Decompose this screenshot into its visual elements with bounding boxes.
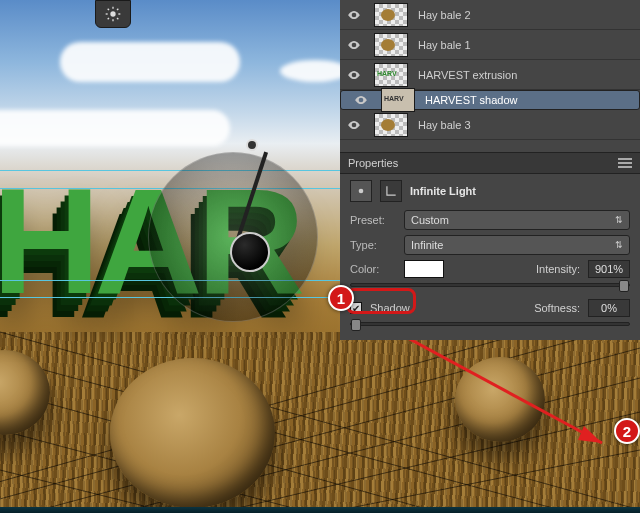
svg-line-19 bbox=[117, 18, 118, 19]
visibility-toggle[interactable] bbox=[340, 118, 368, 132]
visibility-toggle[interactable] bbox=[340, 68, 368, 82]
annotation-callout-1: 1 bbox=[328, 285, 354, 311]
axes-icon bbox=[384, 184, 398, 198]
preset-label: Preset: bbox=[350, 214, 396, 226]
layer-row[interactable]: Hay bale 3 bbox=[340, 110, 640, 140]
properties-title: Properties bbox=[348, 157, 398, 169]
color-label: Color: bbox=[350, 263, 396, 275]
layers-panel: Hay bale 2 Hay bale 1 HARV HARVEST extru… bbox=[340, 0, 640, 152]
light-direction-tip[interactable] bbox=[246, 139, 258, 151]
layer-thumbnail[interactable] bbox=[374, 33, 408, 57]
preset-select[interactable]: Custom⇅ bbox=[404, 210, 630, 230]
light-type-button[interactable] bbox=[350, 180, 372, 202]
eye-icon bbox=[347, 38, 361, 52]
svg-line-18 bbox=[108, 9, 109, 10]
visibility-toggle[interactable] bbox=[347, 93, 375, 107]
sun-icon bbox=[354, 184, 368, 198]
svg-point-13 bbox=[110, 11, 115, 16]
type-select[interactable]: Infinite⇅ bbox=[404, 235, 630, 255]
layer-name[interactable]: HARVEST extrusion bbox=[414, 69, 640, 81]
layer-thumbnail[interactable]: HARV bbox=[374, 63, 408, 87]
light-name: Infinite Light bbox=[410, 185, 476, 197]
preset-value: Custom bbox=[411, 214, 449, 226]
hay-bale bbox=[110, 358, 275, 508]
annotation-highlight-box bbox=[346, 288, 416, 314]
annotation-callout-2: 2 bbox=[614, 418, 640, 444]
eye-icon bbox=[347, 8, 361, 22]
svg-point-22 bbox=[359, 189, 364, 194]
panel-menu-icon[interactable] bbox=[618, 158, 632, 168]
intensity-value[interactable]: 901% bbox=[588, 260, 630, 278]
layer-name[interactable]: Hay bale 1 bbox=[414, 39, 640, 51]
intensity-slider[interactable] bbox=[350, 283, 630, 287]
softness-slider[interactable] bbox=[350, 322, 630, 326]
svg-line-4 bbox=[230, 412, 640, 510]
eye-icon bbox=[354, 93, 368, 107]
light-tool-chip[interactable] bbox=[95, 0, 131, 28]
hay-bale bbox=[455, 357, 545, 442]
softness-value[interactable]: 0% bbox=[588, 299, 630, 317]
chevron-updown-icon: ⇅ bbox=[615, 240, 623, 250]
coordinates-button[interactable] bbox=[380, 180, 402, 202]
properties-header[interactable]: Properties bbox=[340, 152, 640, 174]
svg-line-5 bbox=[340, 450, 640, 510]
intensity-label: Intensity: bbox=[536, 263, 580, 275]
layer-thumbnail[interactable] bbox=[374, 3, 408, 27]
layer-row[interactable]: Hay bale 2 bbox=[340, 0, 640, 30]
layer-name[interactable]: HARVEST shadow bbox=[421, 94, 633, 106]
color-swatch[interactable] bbox=[404, 260, 444, 278]
visibility-toggle[interactable] bbox=[340, 38, 368, 52]
layer-thumbnail[interactable]: HARV bbox=[381, 88, 415, 112]
visibility-toggle[interactable] bbox=[340, 8, 368, 22]
sun-icon bbox=[105, 6, 121, 22]
layer-row[interactable]: Hay bale 1 bbox=[340, 30, 640, 60]
layer-row[interactable]: HARV HARVEST extrusion bbox=[340, 60, 640, 90]
svg-line-6 bbox=[0, 332, 640, 510]
svg-line-21 bbox=[117, 9, 118, 10]
layer-name[interactable]: Hay bale 3 bbox=[414, 119, 640, 131]
light-pivot-knob[interactable] bbox=[230, 232, 270, 272]
softness-label: Softness: bbox=[534, 302, 580, 314]
type-label: Type: bbox=[350, 239, 396, 251]
chevron-updown-icon: ⇅ bbox=[615, 215, 623, 225]
eye-icon bbox=[347, 118, 361, 132]
light-orbit-gizmo[interactable] bbox=[148, 152, 318, 322]
layer-name[interactable]: Hay bale 2 bbox=[414, 9, 640, 21]
eye-icon bbox=[347, 68, 361, 82]
layer-thumbnail[interactable] bbox=[374, 113, 408, 137]
layer-row-selected[interactable]: HARV HARVEST shadow bbox=[340, 90, 640, 110]
svg-line-1 bbox=[0, 322, 640, 510]
type-value: Infinite bbox=[411, 239, 443, 251]
status-bar bbox=[0, 507, 640, 513]
svg-line-20 bbox=[108, 18, 109, 19]
